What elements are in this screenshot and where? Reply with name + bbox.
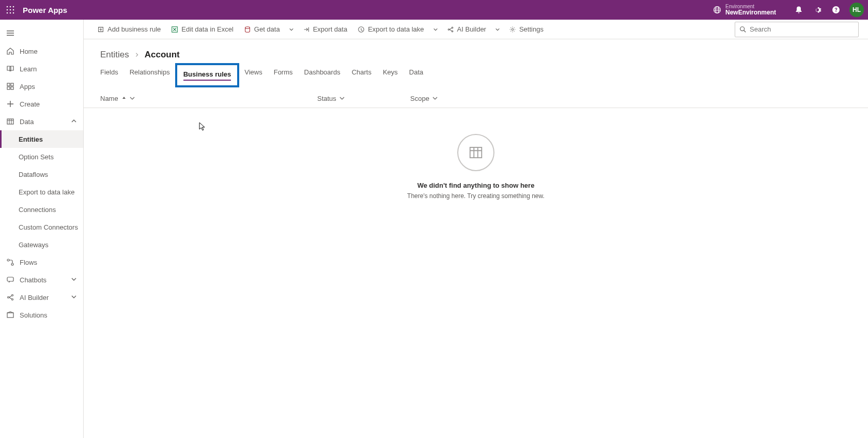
sidebar-item-data[interactable]: Data	[0, 113, 83, 130]
tab-data[interactable]: Data	[409, 65, 423, 85]
sidebar-subitem-connections[interactable]: Connections	[0, 201, 83, 218]
svg-rect-12	[7, 83, 10, 86]
column-header-scope[interactable]: Scope	[410, 95, 503, 102]
chevron-down-icon	[289, 27, 294, 32]
chevron-down-icon	[71, 276, 77, 284]
command-bar: Add business rule Edit data in Excel Get…	[84, 20, 868, 39]
column-header-name[interactable]: Name	[100, 95, 317, 102]
sidebar-item-ai-builder[interactable]: AI Builder	[0, 289, 83, 306]
search-box[interactable]	[735, 22, 859, 37]
data-icon	[6, 117, 14, 126]
sidebar-subitem-label: Dataflows	[19, 171, 48, 178]
tab-charts[interactable]: Charts	[352, 65, 371, 85]
tab-fields[interactable]: Fields	[100, 65, 118, 85]
tab-forms[interactable]: Forms	[274, 65, 293, 85]
svg-point-7	[10, 12, 11, 14]
environment-name: NewEnvironment	[725, 9, 776, 16]
tab-relationships[interactable]: Relationships	[130, 65, 170, 85]
solutions-icon	[6, 311, 14, 319]
sidebar-item-label: Create	[20, 100, 40, 108]
sidebar-subitem-label: Option Sets	[19, 153, 54, 161]
svg-point-17	[7, 259, 9, 261]
sidebar-item-label: Chatbots	[20, 276, 47, 284]
breadcrumb-parent[interactable]: Entities	[100, 50, 129, 60]
user-avatar[interactable]: HL	[849, 3, 864, 17]
notifications-icon[interactable]	[791, 2, 807, 18]
svg-point-0	[7, 6, 8, 8]
tab-views[interactable]: Views	[244, 65, 262, 85]
lake-icon	[358, 26, 365, 33]
tab-dashboards[interactable]: Dashboards	[304, 65, 340, 85]
svg-point-6	[7, 12, 8, 14]
gear-icon	[509, 26, 516, 33]
tab-bar: Fields Relationships Business rules View…	[84, 62, 868, 85]
svg-point-29	[452, 31, 453, 32]
sidebar-item-home[interactable]: Home	[0, 42, 83, 60]
edit-data-excel-button[interactable]: Edit data in Excel	[167, 21, 237, 38]
sidebar-subitem-label: Export to data lake	[19, 188, 74, 196]
chevron-down-icon	[433, 27, 438, 32]
svg-rect-10	[7, 33, 14, 34]
empty-subtitle: There's nothing here. Try creating somet…	[407, 192, 545, 200]
svg-point-8	[13, 12, 14, 14]
sidebar-item-learn[interactable]: Learn	[0, 60, 83, 78]
get-data-button[interactable]: Get data	[240, 21, 284, 38]
tab-keys[interactable]: Keys	[383, 65, 398, 85]
sidebar-subitem-gateways[interactable]: Gateways	[0, 236, 83, 253]
settings-button[interactable]: Settings	[505, 21, 548, 38]
export-data-lake-button[interactable]: Export to data lake	[353, 21, 428, 38]
svg-point-25	[245, 26, 250, 28]
excel-icon	[171, 26, 178, 33]
sidebar-subitem-dataflows[interactable]: Dataflows	[0, 165, 83, 183]
sidebar-subitem-label: Entities	[19, 135, 43, 143]
sidebar-item-label: Home	[20, 48, 38, 55]
add-business-rule-button[interactable]: Add business rule	[93, 21, 165, 38]
sidebar-item-create[interactable]: Create	[0, 95, 83, 113]
svg-point-21	[12, 295, 13, 296]
add-icon	[97, 26, 104, 33]
svg-rect-19	[7, 277, 13, 281]
environment-icon	[713, 6, 721, 14]
sidebar: Home Learn Apps Create Data Entities	[0, 20, 84, 438]
chevron-down-icon	[71, 294, 77, 301]
ai-builder-button[interactable]: AI Builder	[443, 21, 490, 38]
sidebar-toggle-icon[interactable]	[0, 24, 83, 42]
sidebar-item-solutions[interactable]: Solutions	[0, 306, 83, 324]
create-icon	[6, 100, 14, 108]
sidebar-subitem-label: Custom Connectors	[19, 223, 78, 231]
svg-rect-16	[7, 119, 13, 124]
chevron-down-icon	[130, 95, 135, 102]
sidebar-subitem-entities[interactable]: Entities	[0, 130, 83, 148]
sidebar-subitem-option-sets[interactable]: Option Sets	[0, 148, 83, 165]
sidebar-item-label: Solutions	[20, 311, 47, 319]
sidebar-item-flows[interactable]: Flows	[0, 253, 83, 271]
svg-point-20	[8, 297, 9, 298]
app-launcher-icon[interactable]	[4, 4, 17, 16]
sidebar-subitem-label: Gateways	[19, 241, 49, 249]
get-data-dropdown[interactable]	[286, 21, 297, 38]
sidebar-item-label: Apps	[20, 83, 35, 90]
environment-picker[interactable]: Environment NewEnvironment	[713, 4, 776, 16]
svg-point-2	[13, 6, 14, 8]
sidebar-subitem-export-lake[interactable]: Export to data lake	[0, 183, 83, 201]
database-icon	[244, 26, 251, 33]
column-header-status[interactable]: Status	[317, 95, 410, 102]
content-area: Add business rule Edit data in Excel Get…	[84, 20, 868, 438]
chevron-down-icon	[495, 27, 500, 32]
export-data-button[interactable]: Export data	[299, 21, 352, 38]
export-lake-dropdown[interactable]	[430, 21, 441, 38]
svg-rect-11	[7, 35, 14, 36]
svg-point-5	[13, 9, 14, 11]
svg-point-3	[7, 9, 8, 11]
empty-table-icon	[457, 134, 494, 171]
svg-rect-9	[7, 31, 14, 32]
tab-business-rules[interactable]: Business rules	[175, 63, 240, 87]
svg-point-18	[11, 263, 13, 265]
sidebar-subitem-custom-connectors[interactable]: Custom Connectors	[0, 218, 83, 236]
settings-icon[interactable]	[809, 2, 826, 18]
ai-builder-dropdown[interactable]	[492, 21, 503, 38]
help-icon[interactable]	[828, 2, 844, 18]
sidebar-item-apps[interactable]: Apps	[0, 78, 83, 95]
sidebar-item-chatbots[interactable]: Chatbots	[0, 271, 83, 289]
search-input[interactable]	[750, 25, 854, 33]
